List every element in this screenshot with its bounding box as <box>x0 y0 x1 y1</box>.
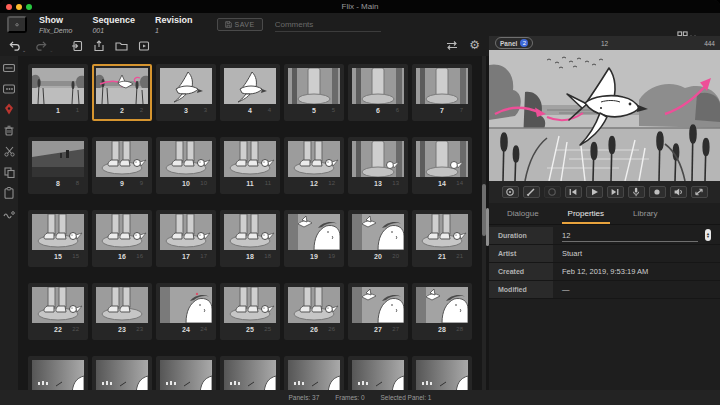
sidebar-tool-panel[interactable] <box>0 58 18 79</box>
panel-id-ghost: 15 <box>72 253 79 259</box>
sidebar-tool-panel-options[interactable] <box>0 79 18 100</box>
panel-tile-23[interactable]: 2323 <box>92 283 152 340</box>
panel-thumbnail <box>32 68 84 104</box>
panel-tile-20[interactable]: 2020 <box>348 210 408 267</box>
panel-tile-17[interactable]: 1717 <box>156 210 216 267</box>
panel-id-ghost: 11 <box>265 180 271 186</box>
duration-stepper[interactable]: ▲▼ <box>705 229 711 241</box>
paste-icon <box>4 187 14 202</box>
panel-tile-4[interactable]: 44 <box>220 64 280 121</box>
panel-tile-11[interactable]: 1111 <box>220 137 280 194</box>
panel-id-ghost: 19 <box>328 253 335 259</box>
panel-tile-24[interactable]: 2424 <box>156 283 216 340</box>
panel-tile-28[interactable]: 2828 <box>412 283 472 340</box>
prev-panel-button[interactable] <box>565 186 582 198</box>
panel-thumbnail <box>224 360 276 390</box>
home-button[interactable] <box>7 16 27 33</box>
panel-thumbnail <box>160 141 212 177</box>
draw-icon <box>4 103 14 118</box>
sidebar-tool-delete[interactable] <box>0 121 18 142</box>
cut-icon <box>4 145 15 160</box>
panel-tile-25[interactable]: 2525 <box>220 283 280 340</box>
panel-tile-21[interactable]: 2121 <box>412 210 472 267</box>
play-button[interactable] <box>586 186 603 198</box>
annotate-button[interactable] <box>523 186 540 198</box>
tab-dialogue[interactable]: Dialogue <box>501 208 545 224</box>
panel-thumbnail <box>352 360 404 390</box>
tab-properties[interactable]: Properties <box>562 208 610 224</box>
duplicate-icon <box>4 166 15 181</box>
panel-number-bar: 1010 <box>160 177 212 190</box>
titlebar: Flix - Main <box>0 0 720 13</box>
panel-tile-3[interactable]: 33 <box>156 64 216 121</box>
panel-tile-5[interactable]: 55 <box>284 64 344 121</box>
panel-tile-26[interactable]: 2626 <box>284 283 344 340</box>
panel-tile-12[interactable]: 1212 <box>284 137 344 194</box>
settings-button[interactable]: ⚙ <box>469 38 480 52</box>
panel-tile-32[interactable]: 3232 <box>220 356 280 390</box>
sequence-meta[interactable]: Sequence 001 <box>92 16 135 34</box>
panel-tile-13[interactable]: 1313 <box>348 137 408 194</box>
import-panel-button[interactable] <box>71 40 83 52</box>
sidebar-tool-paste[interactable] <box>0 184 18 205</box>
property-row-modified: Modified— <box>489 281 720 299</box>
panel-tile-18[interactable]: 1818 <box>220 210 280 267</box>
revision-meta[interactable]: Revision 1 <box>155 16 193 34</box>
show-meta[interactable]: Show Flix_Demo <box>39 16 72 34</box>
panel-tile-22[interactable]: 2222 <box>28 283 88 340</box>
loop-button[interactable] <box>544 186 561 198</box>
panel-number: 25 <box>246 326 254 333</box>
panel-tile-35[interactable]: 3535 <box>412 356 472 390</box>
panel-tile-33[interactable]: 3333 <box>284 356 344 390</box>
export-panel-button[interactable] <box>93 40 105 52</box>
panel-icon <box>3 61 15 76</box>
tab-library[interactable]: Library <box>627 208 663 224</box>
panel-tile-27[interactable]: 2727 <box>348 283 408 340</box>
panel-tile-9[interactable]: 99 <box>92 137 152 194</box>
duration-input-underline <box>562 241 698 242</box>
panel-tile-6[interactable]: 66 <box>348 64 408 121</box>
panel-tile-31[interactable]: 3131 <box>156 356 216 390</box>
status-frames: Frames: 0 <box>335 394 364 401</box>
property-value[interactable]: 12▲▼ <box>553 227 720 244</box>
microphone-button[interactable] <box>628 186 645 198</box>
panel-tile-16[interactable]: 1616 <box>92 210 152 267</box>
panel-tile-8[interactable]: 88 <box>28 137 88 194</box>
panel-tile-14[interactable]: 1414 <box>412 137 472 194</box>
panel-number: 3 <box>184 107 188 114</box>
sidebar-tool-duplicate[interactable] <box>0 163 18 184</box>
panel-tile-29[interactable]: 2929 <box>28 356 88 390</box>
sidebar-tool-draw[interactable] <box>0 100 18 121</box>
open-folder-button[interactable] <box>115 40 128 52</box>
panel-tile-10[interactable]: 1010 <box>156 137 216 194</box>
expand-button[interactable] <box>691 186 708 198</box>
panel-tile-1[interactable]: 11 <box>28 64 88 121</box>
panel-number-bar: 44 <box>224 104 276 117</box>
redo-button[interactable]: ⌄ <box>35 40 53 52</box>
properties-scrollbar-thumb[interactable] <box>486 208 489 246</box>
panel-tabs: DialoguePropertiesLibrary <box>489 203 720 225</box>
save-button[interactable]: SAVE <box>217 18 263 31</box>
panel-grid: 1122334455667788991010111112121313141415… <box>18 56 482 390</box>
panel-number: 13 <box>374 180 382 187</box>
sequence-value: 001 <box>92 27 135 34</box>
panel-number: 11 <box>246 180 253 187</box>
panel-tile-15[interactable]: 1515 <box>28 210 88 267</box>
panel-tile-30[interactable]: 3030 <box>92 356 152 390</box>
panel-tile-2[interactable]: 22 <box>92 64 152 121</box>
swap-view-button[interactable] <box>445 40 459 51</box>
sidebar-tool-cut[interactable] <box>0 142 18 163</box>
panel-tile-7[interactable]: 77 <box>412 64 472 121</box>
undo-button[interactable]: ⌄ <box>8 40 26 52</box>
record-button[interactable] <box>649 186 666 198</box>
panel-tile-34[interactable]: 3434 <box>348 356 408 390</box>
panel-number-bar: 1818 <box>224 250 276 263</box>
panel-tile-19[interactable]: 1919 <box>284 210 344 267</box>
panel-preview-button[interactable] <box>138 40 150 52</box>
onion-skin-button[interactable] <box>502 186 519 198</box>
export-panel-icon <box>93 40 105 52</box>
comments-input[interactable] <box>275 18 381 32</box>
sidebar-tool-audio[interactable] <box>0 205 18 226</box>
next-panel-button[interactable] <box>607 186 624 198</box>
volume-button[interactable] <box>670 186 687 198</box>
